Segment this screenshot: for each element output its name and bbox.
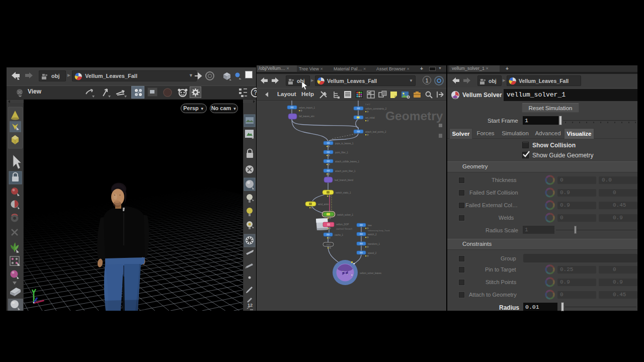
- svg-text:referencing leaty_Trank: referencing leaty_Trank: [368, 229, 390, 232]
- svg-text:vellum_DOP: vellum_DOP: [336, 223, 349, 226]
- svg-text:fall_leaves_sim: fall_leaves_sim: [299, 115, 314, 118]
- svg-text:attach_leaf_points_2: attach_leaf_points_2: [365, 131, 386, 133]
- svg-text:attach_collide_leaves_1: attach_collide_leaves_1: [335, 160, 360, 163]
- svg-text:wind_anim: wind_anim: [318, 203, 329, 206]
- svg-text:pops_to_leaves_1: pops_to_leaves_1: [335, 142, 354, 145]
- svg-text:12: 12: [248, 303, 253, 308]
- svg-text:transform_1: transform_1: [368, 243, 380, 245]
- svg-text:fall: fall: [327, 174, 329, 176]
- svg-text:switch_2: switch_2: [368, 233, 377, 236]
- svg-text:Geometry: Geometry: [385, 109, 443, 123]
- svg-text:tree: tree: [368, 224, 372, 227]
- svg-text:set_initial: set_initial: [365, 117, 375, 119]
- svg-text:vellum_constraints_2: vellum_constraints_2: [365, 108, 387, 110]
- svg-text:cache_1: cache_1: [335, 234, 344, 236]
- svg-text:speed_2: speed_2: [368, 252, 377, 254]
- svg-text:vellum_solver_leaves: vellum_solver_leaves: [360, 272, 382, 275]
- svg-text:OUT: OUT: [327, 243, 331, 246]
- svg-text:point_filter_1: point_filter_1: [335, 151, 348, 154]
- svg-text:attach_point_filter_1: attach_point_filter_1: [335, 170, 356, 172]
- svg-text:velum_import_1: velum_import_1: [299, 107, 315, 109]
- svg-text:leaf_branch_blend: leaf_branch_blend: [335, 179, 354, 182]
- svg-text:switch_static_1: switch_static_1: [336, 192, 351, 194]
- svg-text:cached/ filecach: cached/ filecach: [336, 228, 353, 230]
- svg-text:switch_solver_1: switch_solver_1: [337, 214, 354, 216]
- svg-text:2 of 2: 2 of 2: [365, 104, 370, 106]
